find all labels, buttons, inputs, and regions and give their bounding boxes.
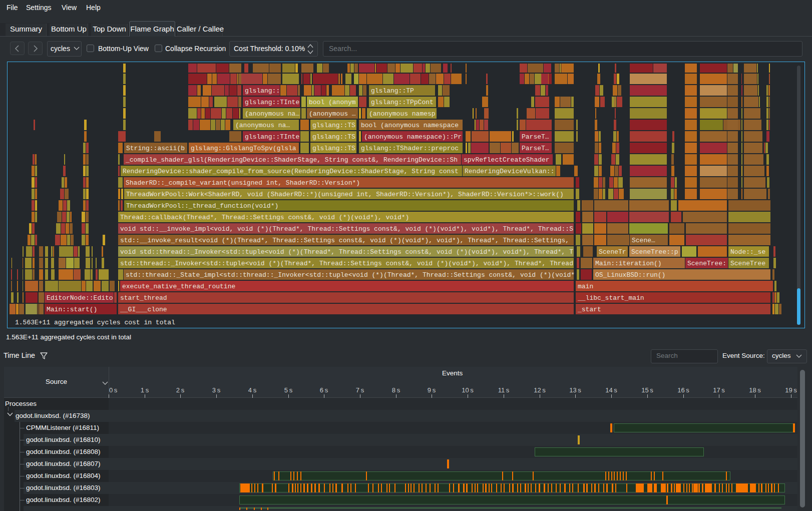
svg-text:glslang::TInte: glslang::TInte xyxy=(245,99,299,106)
svg-text:_start: _start xyxy=(577,306,601,313)
svg-text:ShaderRD::_compile_variant(uns: ShaderRD::_compile_variant(unsigned int,… xyxy=(126,179,360,187)
svg-text:Node::_se: Node::_se xyxy=(730,248,765,256)
svg-text:Scene…: Scene… xyxy=(632,237,655,244)
svg-text:SceneTree::p: SceneTree::p xyxy=(631,248,678,256)
svg-text:(anonymous …: (anonymous … xyxy=(309,110,356,118)
svg-text:(anonymous namespace)::Pr: (anonymous namespace)::Pr xyxy=(364,133,462,141)
svg-text:OS_LinuxBSD::run(): OS_LinuxBSD::run() xyxy=(595,271,665,279)
svg-text:std::__invoke_result<void (*)(: std::__invoke_result<void (*)(Thread*, T… xyxy=(120,237,569,244)
svg-text:(anonymous namesp: (anonymous namesp xyxy=(369,110,436,118)
svg-text:SceneTree:: SceneTree: xyxy=(687,260,726,267)
svg-text:__libc_start_main: __libc_start_main xyxy=(577,294,644,302)
svg-text:String::ascii(b: String::ascii(b xyxy=(126,145,185,152)
svg-text:ThreadWorkPool::Work<ShaderRD,: ThreadWorkPool::Work<ShaderRD, void (Sha… xyxy=(126,191,564,198)
svg-text:1.563E+11 aggregated cycles co: 1.563E+11 aggregated cycles cost in tota… xyxy=(15,319,175,326)
svg-text:void std::__invoke_impl<void,: void std::__invoke_impl<void, void (*)(T… xyxy=(120,225,573,233)
svg-text:(anonymous na…: (anonymous na… xyxy=(235,122,290,129)
svg-text:glslang::TP: glslang::TP xyxy=(371,87,414,95)
svg-text:void std::thread::_Invoker<std: void std::thread::_Invoker<std::tuple<vo… xyxy=(120,248,573,256)
svg-text:SceneTr: SceneTr xyxy=(599,248,626,256)
svg-text:__GI___clone: __GI___clone xyxy=(120,306,167,313)
svg-text:start_thread: start_thread xyxy=(120,294,167,302)
svg-text:glslang::TS: glslang::TS xyxy=(312,122,355,129)
svg-text:EditorNode::Edito: EditorNode::Edito xyxy=(47,294,113,302)
svg-text:_compile_shader_glsl(Rendering: _compile_shader_glsl(RenderingDevice::Sh… xyxy=(125,156,458,164)
svg-text:std::thread::_State_impl<std::: std::thread::_State_impl<std::thread::_I… xyxy=(126,271,575,279)
svg-text:glslang::GlslangToSpv(glsla: glslang::GlslangToSpv(glsla xyxy=(191,145,296,152)
svg-text:glslang::TS: glslang::TS xyxy=(312,145,355,152)
svg-text:ParseT…: ParseT… xyxy=(522,145,549,152)
svg-text:ThreadWorkPool::_thread_functi: ThreadWorkPool::_thread_function(void*) xyxy=(126,202,278,210)
svg-text:ParseT…: ParseT… xyxy=(522,133,549,141)
svg-text:spvReflectCreateShader: spvReflectCreateShader xyxy=(464,156,550,164)
svg-text:bool (anonymous namespace: bool (anonymous namespace xyxy=(361,122,459,129)
svg-text:bool (anonym: bool (anonym xyxy=(309,99,356,106)
svg-text:main: main xyxy=(578,283,593,290)
svg-text:execute_native_thread_routine: execute_native_thread_routine xyxy=(122,283,235,290)
svg-text:glslang::TS: glslang::TS xyxy=(312,133,355,141)
svg-text:RenderingDeviceVulkan::: RenderingDeviceVulkan:: xyxy=(465,168,554,175)
svg-text:RenderingDevice::shader_compil: RenderingDevice::shader_compile_from_sou… xyxy=(123,168,459,175)
svg-text:Main::iteration(): Main::iteration() xyxy=(595,260,662,267)
svg-text:std::thread::_Invoker<std::tup: std::thread::_Invoker<std::tuple<void (*… xyxy=(120,260,573,267)
svg-text:glslang::TInte: glslang::TInte xyxy=(245,133,299,141)
svg-text:glslang::: glslang:: xyxy=(245,87,280,95)
svg-text:(anonymous na…: (anonymous na… xyxy=(245,110,299,118)
svg-text:Main::start(): Main::start() xyxy=(47,306,97,313)
svg-text:glslang::TPpCont: glslang::TPpCont xyxy=(371,99,434,106)
svg-text:glslang::TShader::preproc: glslang::TShader::preproc xyxy=(361,145,459,152)
svg-text:Thread::callback(Thread*, Thre: Thread::callback(Thread*, Thread::Settin… xyxy=(120,214,409,221)
svg-text:SceneTree: SceneTree xyxy=(730,260,765,267)
